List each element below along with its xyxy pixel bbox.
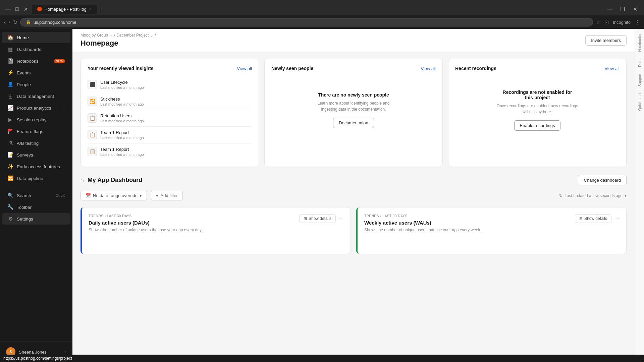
insight-meta-0: Last modified a month ago: [100, 85, 144, 89]
breadcrumb: Moodjoy Group ⌄ / December Project ⌄ /: [80, 33, 156, 38]
breadcrumb-sep1: /: [114, 33, 115, 38]
insight-item-2[interactable]: 📋 Retention Users Last modified a month …: [88, 110, 252, 127]
sidebar-label-product-analytics: Product analytics: [17, 106, 51, 111]
sidebar-label-search: Search: [17, 193, 31, 198]
dc-meta-1: TRENDS • LAST 90 DAYS: [364, 214, 575, 218]
tab-favicon: [37, 7, 42, 11]
sidebar-item-events[interactable]: ⚡ Events: [2, 67, 70, 78]
right-sidebar-tab-support[interactable]: Support: [636, 71, 643, 89]
url-bar[interactable]: 🔒 us.posthog.com/home: [20, 18, 593, 26]
tab-close-icon[interactable]: ×: [89, 7, 92, 11]
right-sidebar-tab-notebooks[interactable]: Notebooks: [636, 32, 643, 55]
breadcrumb-org[interactable]: Moodjoy Group: [80, 33, 108, 38]
sidebar-item-data-management[interactable]: 🗄 Data management: [2, 90, 70, 102]
insight-meta-3: Last modified a month ago: [100, 136, 144, 140]
more-button-1[interactable]: ⋯: [614, 216, 620, 222]
add-filter-button[interactable]: + Add filter: [151, 191, 183, 200]
reload-button[interactable]: ↻: [13, 19, 17, 25]
add-filter-label: Add filter: [161, 193, 178, 198]
product-analytics-add[interactable]: +: [63, 106, 65, 110]
change-dashboard-button[interactable]: Change dashboard: [578, 175, 627, 185]
back-button[interactable]: ‹: [4, 19, 6, 25]
sidebar-item-dashboards[interactable]: ▦ Dashboards: [2, 44, 70, 55]
recordings-card: Recent recordings View all Recordings ar…: [448, 59, 627, 167]
last-updated-caret[interactable]: ▾: [625, 193, 627, 198]
insight-name-0: User Lifecycle: [100, 80, 144, 85]
enable-recordings-button[interactable]: Enable recordings: [514, 120, 561, 131]
people-empty-desc: Learn more about identifying people and …: [310, 100, 397, 112]
notebooks-badge: NEW: [54, 59, 65, 63]
close-win-button[interactable]: ✕: [630, 5, 640, 13]
minimize-win-button[interactable]: —: [604, 5, 615, 13]
date-range-caret: ▾: [140, 193, 142, 198]
notebooks-icon: 📓: [7, 58, 13, 64]
insight-info-3: Team 1 Report Last modified a month ago: [100, 130, 144, 140]
menu-icon[interactable]: ⋮: [635, 19, 640, 25]
insight-icon-1: 🔁: [88, 97, 97, 106]
sidebar-label-data-pipeline: Data pipeline: [17, 176, 43, 181]
insights-card-title: Your recently viewed insights: [88, 66, 154, 71]
top-cards: Your recently viewed insights View all ⬛…: [80, 59, 627, 167]
people-view-all[interactable]: View all: [421, 66, 436, 71]
breadcrumb-project[interactable]: December Project: [116, 33, 149, 38]
sidebar-label-early-access: Early access features: [17, 164, 60, 169]
page-header: Moodjoy Group ⌄ / December Project ⌄ / H…: [72, 29, 635, 52]
show-details-button-1[interactable]: ⊞ Show details: [575, 214, 611, 223]
sidebar-item-session-replay[interactable]: ▶ Session replay: [2, 114, 70, 125]
extension-icon[interactable]: ⊡: [604, 19, 609, 25]
data-management-icon: 🗄: [7, 93, 13, 99]
date-range-filter[interactable]: 📅 No date range override ▾: [80, 191, 147, 200]
close-button[interactable]: ✕: [22, 5, 29, 14]
show-details-button-0[interactable]: ⊞ Show details: [299, 214, 336, 223]
sidebar-item-toolbar[interactable]: 🔧 Toolbar: [2, 201, 70, 213]
invite-members-button[interactable]: Invite members: [585, 35, 627, 46]
insight-icon-0: ⬛: [88, 80, 97, 89]
insight-item-4[interactable]: 📋 Team 1 Report Last modified a month ag…: [88, 143, 252, 160]
sidebar-item-search[interactable]: 🔍 Search CtrLK: [2, 190, 70, 201]
sidebar-label-ab-testing: A/B testing: [17, 141, 39, 146]
tab-bar: Homepage • PostHog × +: [32, 5, 601, 14]
insight-item-1[interactable]: 🔁 Stickiness Last modified a month ago: [88, 93, 252, 110]
show-details-icon-1: ⊞: [579, 216, 583, 221]
insight-icon-4: 📋: [88, 147, 97, 156]
sidebar-item-home[interactable]: 🏠 Home: [2, 32, 70, 43]
new-tab-button[interactable]: +: [98, 7, 102, 14]
right-sidebar-tab-quickstart[interactable]: Quick start: [636, 90, 643, 114]
lock-icon: 🔒: [26, 20, 31, 24]
insights-view-all[interactable]: View all: [237, 66, 252, 71]
right-sidebar-tab-docs[interactable]: Docs: [636, 56, 643, 70]
dc-title-0: Daily active users (DAUs): [89, 220, 299, 226]
recordings-empty-state: Recordings are not enabled for this proj…: [455, 76, 620, 143]
sidebar-item-notebooks[interactable]: 📓 Notebooks NEW: [2, 55, 70, 67]
filter-row: 📅 No date range override ▾ + Add filter …: [80, 191, 627, 200]
last-updated-text: Last updated a few seconds ago: [565, 193, 623, 198]
forward-button[interactable]: ›: [8, 19, 10, 25]
sidebar-item-data-pipeline[interactable]: 🔀 Data pipeline: [2, 173, 70, 184]
url-right-controls: ☆ ⊡ Incognito ⋮: [596, 19, 640, 25]
insight-meta-4: Last modified a month ago: [100, 153, 144, 157]
sidebar-label-toolbar: Toolbar: [17, 205, 32, 210]
insight-item-0[interactable]: ⬛ User Lifecycle Last modified a month a…: [88, 76, 252, 93]
user-name: Sheena Jones: [19, 350, 47, 355]
restore-win-button[interactable]: ❐: [618, 5, 628, 13]
sidebar-item-ab-testing[interactable]: ⚗ A/B testing: [2, 137, 70, 149]
sidebar-item-surveys[interactable]: 📝 Surveys: [2, 149, 70, 161]
sidebar-item-settings[interactable]: ⚙ Settings: [2, 213, 70, 225]
recordings-view-all[interactable]: View all: [604, 66, 620, 71]
early-access-icon: ✨: [7, 164, 13, 170]
breadcrumb-caret1: ⌄: [109, 33, 113, 38]
sidebar-item-people[interactable]: 👤 People: [2, 79, 70, 90]
sidebar-item-early-access[interactable]: ✨ Early access features: [2, 161, 70, 172]
dc-left-0: TRENDS • LAST 30 DAYS Daily active users…: [89, 214, 299, 233]
sidebar-label-session-replay: Session replay: [17, 117, 47, 122]
settings-icon: ⚙: [7, 216, 13, 222]
insight-item-3[interactable]: 📋 Team 1 Report Last modified a month ag…: [88, 127, 252, 143]
star-icon[interactable]: ☆: [596, 19, 600, 25]
sidebar-item-feature-flags[interactable]: 🚩 Feature flags: [2, 126, 70, 137]
active-tab[interactable]: Homepage • PostHog ×: [32, 5, 97, 14]
minimize-button[interactable]: —: [4, 5, 12, 13]
sidebar-item-product-analytics[interactable]: 📈 Product analytics +: [2, 102, 70, 114]
documentation-button[interactable]: Documentation: [333, 118, 374, 128]
more-button-0[interactable]: ⋯: [338, 216, 344, 222]
maximize-button[interactable]: □: [14, 5, 20, 13]
